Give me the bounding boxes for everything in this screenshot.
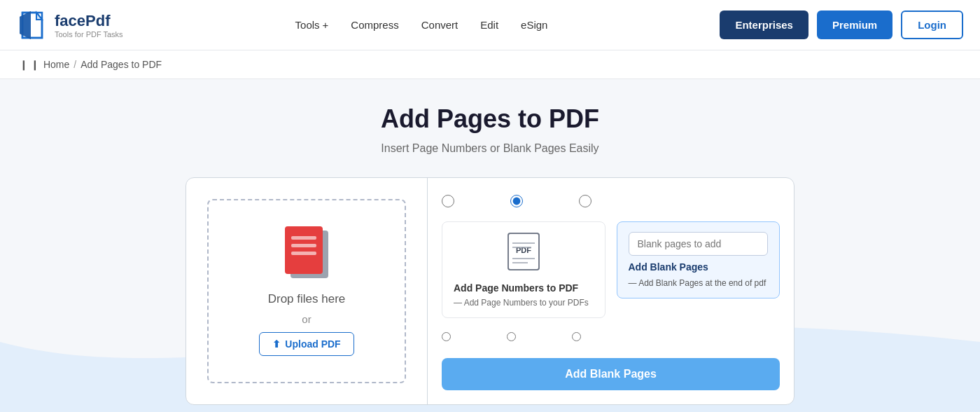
drop-or: or	[302, 313, 311, 325]
upload-icon: ⬆	[272, 338, 281, 350]
tool-container: Drop files here or ⬆ Upload PDF	[186, 177, 794, 405]
brand-name: facePdf	[55, 12, 123, 30]
radio-row-top	[442, 195, 780, 207]
navbar: facePdf Tools for PDF Tasks Tools + Comp…	[0, 0, 980, 50]
radio-bottom-right[interactable]	[572, 332, 581, 341]
breadcrumb: ❙ ❙ Home / Add Pages to PDF	[0, 50, 980, 79]
drop-text: Drop files here	[268, 292, 346, 306]
radio-bottom-left[interactable]	[442, 332, 451, 341]
blank-pages-card: Add Blank Pages — Add Blank Pages at the…	[617, 221, 780, 318]
blank-pages-title: Add Blank Pages	[629, 261, 769, 273]
radio-row-bottom	[442, 332, 780, 341]
nav-tools[interactable]: Tools +	[295, 19, 329, 31]
premium-button[interactable]: Premium	[817, 11, 892, 39]
options-panel: PDF Add Page Numbers to PDF — Add Page N…	[428, 178, 794, 404]
page-numbers-title: Add Page Numbers to PDF	[454, 282, 594, 294]
nav-links: Tools + Compress Convert Edit eSign	[295, 19, 548, 31]
upload-label: Upload PDF	[285, 338, 340, 350]
blank-pages-input[interactable]	[629, 232, 769, 256]
drop-inner[interactable]: Drop files here or ⬆ Upload PDF	[207, 199, 406, 383]
radio-right[interactable]	[579, 195, 592, 207]
drop-zone[interactable]: Drop files here or ⬆ Upload PDF	[186, 178, 428, 404]
nav-edit[interactable]: Edit	[480, 19, 498, 31]
nav-compress[interactable]: Compress	[351, 19, 398, 31]
blank-pages-desc: — Add Blank Pages at the end of pdf	[629, 278, 769, 288]
logo[interactable]: facePdf Tools for PDF Tasks	[17, 10, 123, 41]
page-title: Add Pages to PDF	[28, 104, 952, 134]
radio-middle[interactable]	[510, 195, 523, 207]
breadcrumb-separator: /	[74, 59, 76, 70]
logo-icon	[17, 10, 48, 41]
radio-left[interactable]	[442, 195, 454, 207]
cards-row: PDF Add Page Numbers to PDF — Add Page N…	[442, 221, 780, 318]
page-subtitle: Insert Page Numbers or Blank Pages Easil…	[28, 142, 952, 155]
page-numbers-card: PDF Add Page Numbers to PDF — Add Page N…	[442, 221, 606, 318]
pdf-icon	[282, 226, 331, 282]
radio-bottom-middle[interactable]	[507, 332, 516, 341]
breadcrumb-home[interactable]: Home	[43, 59, 69, 70]
svg-marker-4	[20, 11, 31, 39]
breadcrumb-current: Add Pages to PDF	[80, 59, 162, 70]
login-button[interactable]: Login	[901, 11, 963, 39]
add-blank-pages-button[interactable]: Add Blank Pages	[442, 358, 780, 390]
nav-esign[interactable]: eSign	[521, 19, 547, 31]
enterprises-button[interactable]: Enterprises	[720, 11, 808, 39]
main-content: Add Pages to PDF Insert Page Numbers or …	[0, 79, 980, 412]
page-numbers-option[interactable]: PDF Add Page Numbers to PDF — Add Page N…	[442, 221, 606, 318]
nav-convert[interactable]: Convert	[421, 19, 458, 31]
upload-button[interactable]: ⬆ Upload PDF	[259, 332, 354, 356]
brand-tagline: Tools for PDF Tasks	[55, 30, 123, 39]
page-numbers-desc: — Add Page Numbers to your PDFs	[454, 298, 594, 308]
breadcrumb-icon: ❙ ❙	[20, 59, 39, 70]
blank-pages-option[interactable]: Add Blank Pages — Add Blank Pages at the…	[617, 221, 780, 298]
page-numbers-icon: PDF	[454, 232, 594, 274]
nav-actions: Enterprises Premium Login	[720, 11, 963, 39]
brand-text: facePdf Tools for PDF Tasks	[55, 12, 123, 39]
